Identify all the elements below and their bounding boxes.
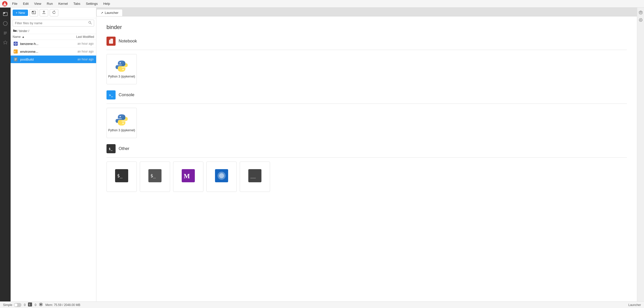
python3-notebook-label: Python 3 (ipykernel) xyxy=(108,75,135,79)
file-toolbar: + New xyxy=(11,8,96,18)
statusbar-right-label: Launcher xyxy=(628,303,641,307)
name-column-label: Name xyxy=(13,35,21,39)
other-card-5[interactable]: __ xyxy=(240,162,270,192)
notebook-section-heading: Notebook xyxy=(106,37,627,46)
python3-notebook-card[interactable]: Python 3 (ipykernel) xyxy=(106,54,137,84)
menu-tabs[interactable]: Tabs xyxy=(71,1,83,6)
statusbar: Simple 0 $ 0 xyxy=(0,301,644,308)
modified-column-label: Last Modified xyxy=(64,35,94,39)
tab-label: Launcher xyxy=(105,11,118,15)
other-card-2[interactable]: $_ xyxy=(140,162,170,192)
svg-rect-51 xyxy=(40,304,42,305)
file-name: benzene-h... xyxy=(20,42,66,46)
sidebar-extension-btn[interactable] xyxy=(1,38,10,47)
notebook-icon xyxy=(106,37,116,46)
toggle-knob xyxy=(14,303,17,306)
launcher-content: binder Notebook xyxy=(96,16,637,301)
svg-text:>_: >_ xyxy=(109,93,113,97)
search-box[interactable] xyxy=(13,20,94,27)
simple-toggle[interactable] xyxy=(14,303,21,307)
statusbar-right: Launcher xyxy=(628,303,641,307)
python3-console-label: Python 3 (ipykernel) xyxy=(108,129,135,133)
menu-help[interactable]: Help xyxy=(101,1,113,6)
sidebar-running-btn[interactable] xyxy=(1,19,10,28)
statusbar-left: Simple 0 $ 0 xyxy=(3,302,80,307)
svg-text:$: $ xyxy=(29,303,30,306)
other-card-1[interactable]: $_ xyxy=(106,162,137,192)
python3-console-card[interactable]: Python 3 (ipykernel) xyxy=(106,108,137,138)
file-icon-yaml: Y xyxy=(13,49,18,54)
file-panel: + New xyxy=(11,8,96,301)
status-number2: 0 xyxy=(35,303,36,307)
svg-point-33 xyxy=(120,116,121,117)
svg-text:Y: Y xyxy=(14,50,16,53)
other-card-3[interactable]: M xyxy=(173,162,203,192)
status-dollar-icon: $ xyxy=(28,302,32,307)
upload-button[interactable] xyxy=(40,9,48,16)
breadcrumb: / binder / xyxy=(11,28,96,34)
svg-point-29 xyxy=(120,62,121,64)
console-section-title: Console xyxy=(119,92,134,97)
file-modified: an hour ago xyxy=(66,58,94,61)
file-list-header: Name ▲ Last Modified xyxy=(11,34,96,40)
launcher-title: binder xyxy=(106,24,627,31)
svg-text:__: __ xyxy=(250,173,256,178)
sort-arrow-icon: ▲ xyxy=(22,35,25,39)
sidebar-files-btn[interactable] xyxy=(1,10,10,18)
file-item-benzene[interactable]: benzene-h... an hour ago xyxy=(11,40,96,48)
menu-settings[interactable]: Settings xyxy=(83,1,100,6)
refresh-button[interactable] xyxy=(50,9,58,16)
svg-line-14 xyxy=(91,23,92,24)
sort-name[interactable]: Name ▲ xyxy=(13,35,64,39)
search-input[interactable] xyxy=(15,21,88,25)
new-button[interactable]: + New xyxy=(13,10,28,16)
app-logo xyxy=(2,1,8,7)
other-section-title: Other xyxy=(119,146,129,151)
other-icon: $_ xyxy=(106,144,116,153)
launcher-tab[interactable]: ↗ Launcher xyxy=(96,9,123,16)
icon-sidebar xyxy=(0,8,11,301)
svg-point-45 xyxy=(219,173,224,178)
svg-text:M: M xyxy=(184,172,190,180)
right-settings-btn[interactable] xyxy=(638,10,643,15)
notebook-divider xyxy=(106,50,627,50)
svg-point-30 xyxy=(122,69,124,70)
notebook-kernels: Python 3 (ipykernel) xyxy=(106,54,627,84)
tab-bar: ↗ Launcher xyxy=(96,8,637,16)
console-kernels: Python 3 (ipykernel) xyxy=(106,108,627,138)
sidebar-toc-btn[interactable] xyxy=(1,29,10,37)
svg-text:$_: $_ xyxy=(117,173,123,178)
svg-point-3 xyxy=(3,21,7,25)
other-card-4[interactable] xyxy=(206,162,237,192)
file-name: environme... xyxy=(20,50,66,54)
breadcrumb-path[interactable]: / binder / xyxy=(17,29,29,33)
file-item-postbuild[interactable]: postBuild an hour ago xyxy=(11,56,96,63)
right-sidebar xyxy=(637,8,644,301)
menu-file[interactable]: File xyxy=(10,1,20,6)
menu-kernel[interactable]: Kernel xyxy=(56,1,70,6)
file-modified: an hour ago xyxy=(66,50,94,53)
menu-run[interactable]: Run xyxy=(44,1,55,6)
simple-toggle-group: Simple xyxy=(3,303,21,307)
menu-edit[interactable]: Edit xyxy=(20,1,31,6)
menu-view[interactable]: View xyxy=(32,1,44,6)
search-icon xyxy=(88,21,92,25)
svg-point-13 xyxy=(89,21,91,23)
console-section-heading: >_ Console xyxy=(106,90,627,99)
right-settings-btn2[interactable] xyxy=(638,17,643,23)
notebook-section-title: Notebook xyxy=(119,39,137,44)
file-icon-cube xyxy=(13,41,18,46)
console-icon: >_ xyxy=(106,90,116,99)
main-layout: + New xyxy=(0,8,644,301)
other-divider xyxy=(106,157,627,158)
file-item-environment[interactable]: Y environme... an hour ago xyxy=(11,48,96,56)
svg-text:$_: $_ xyxy=(150,173,156,178)
memory-status: Mem: 75.59 / 2048.00 MB xyxy=(45,303,80,307)
new-folder-button[interactable] xyxy=(30,9,38,16)
tab-icon: ↗ xyxy=(101,11,103,15)
simple-label: Simple xyxy=(3,303,12,307)
other-kernels: $_ $_ M xyxy=(106,162,627,192)
file-modified: an hour ago xyxy=(66,42,94,45)
file-icon-doc xyxy=(13,57,18,62)
file-list: benzene-h... an hour ago Y environme... … xyxy=(11,40,96,301)
